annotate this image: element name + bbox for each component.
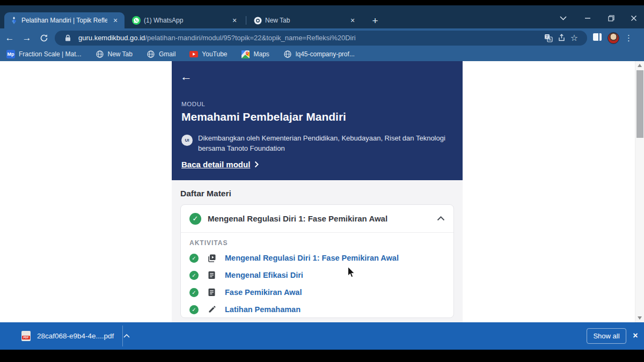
close-tab-icon[interactable]: × xyxy=(111,16,120,25)
close-download-bar-icon[interactable]: × xyxy=(629,329,642,342)
page-scrollbar[interactable] xyxy=(635,61,644,322)
lock-icon xyxy=(61,32,74,45)
module-eyebrow: MODUL xyxy=(181,101,206,107)
chevron-up-icon[interactable] xyxy=(437,216,445,221)
bookmark-maps[interactable]: Maps xyxy=(241,50,269,58)
module-detail-link[interactable]: Baca detail modul xyxy=(181,160,259,169)
close-tab-icon[interactable]: × xyxy=(230,16,239,25)
bookmark-fraction-scale[interactable]: Mp Fraction Scale | Mat... xyxy=(6,50,82,58)
tab-pelatihan-mandiri[interactable]: Pelatihan Mandiri | Topik Refleksi × xyxy=(4,12,125,28)
globe-icon xyxy=(283,50,292,58)
globe-icon xyxy=(96,50,104,58)
pencil-icon xyxy=(207,305,216,314)
document-icon xyxy=(207,271,216,280)
scrollbar-thumb[interactable] xyxy=(636,70,643,138)
chevron-right-icon xyxy=(254,161,259,168)
download-filename: 28caf068-e9b4-4e....pdf xyxy=(37,332,114,340)
publisher-line: bersama Tanoto Foundation xyxy=(198,143,445,153)
activity-link[interactable]: Fase Pemikiran Awal xyxy=(225,288,302,297)
completed-check-icon: ✓ xyxy=(189,254,199,263)
address-bar[interactable]: guru.kemdikbud.go.id/pelatihan-mandiri/m… xyxy=(55,31,587,46)
minimize-window-icon[interactable] xyxy=(581,12,595,25)
materials-section: Daftar Materi ✓ Mengenal Regulasi Diri 1… xyxy=(172,180,463,322)
forward-icon[interactable]: → xyxy=(19,31,34,46)
module-title: Memahami Pembelajar Mandiri xyxy=(181,110,346,123)
video-icon xyxy=(207,254,216,263)
profile-avatar[interactable] xyxy=(608,32,619,44)
back-icon[interactable]: ← xyxy=(2,31,17,46)
page-viewport: ← MODUL Memahami Pembelajar Mandiri UI D… xyxy=(0,61,644,322)
download-bar-divider xyxy=(122,326,123,346)
globe-icon xyxy=(147,50,155,58)
bookmark-star-icon[interactable]: ☆ xyxy=(568,32,581,45)
bookmark-new-tab[interactable]: New Tab xyxy=(96,50,133,58)
download-caret-up-icon[interactable] xyxy=(123,334,130,338)
show-all-button[interactable]: Show all xyxy=(587,328,626,344)
activities-label: AKTIVITAS xyxy=(189,239,228,247)
reload-icon[interactable] xyxy=(36,31,52,46)
translate-icon[interactable]: 文A xyxy=(542,32,555,45)
share-icon[interactable] xyxy=(555,32,568,45)
completed-check-icon: ✓ xyxy=(189,288,199,297)
activity-row[interactable]: ✓ Latihan Pemahaman xyxy=(189,304,301,315)
url-path: /pelatihan-mandiri/modul/95?topik=22&top… xyxy=(145,34,355,42)
bookmarks-bar: Mp Fraction Scale | Mat... New Tab Gmail… xyxy=(0,47,644,61)
browser-window: Pelatihan Mandiri | Topik Refleksi × (1)… xyxy=(0,0,644,362)
completed-check-icon: ✓ xyxy=(189,213,201,225)
tab-title: Pelatihan Mandiri | Topik Refleksi xyxy=(21,17,107,24)
completed-check-icon: ✓ xyxy=(189,305,199,314)
tab-title: (1) WhatsApp xyxy=(144,17,226,24)
tab-strip: Pelatihan Mandiri | Topik Refleksi × (1)… xyxy=(0,5,644,28)
restore-window-icon[interactable] xyxy=(604,12,618,25)
materials-heading: Daftar Materi xyxy=(180,189,231,198)
publisher-line: Dikembangkan oleh Kementerian Pendidikan… xyxy=(198,133,445,143)
tab-title: New Tab xyxy=(265,17,345,24)
activity-link[interactable]: Mengenal Regulasi Diri 1: Fase Pemikiran… xyxy=(225,254,399,262)
new-tab-button[interactable]: + xyxy=(368,14,382,28)
chrome-favicon xyxy=(253,16,262,25)
whatsapp-favicon xyxy=(132,16,141,25)
svg-text:A: A xyxy=(548,38,551,41)
accordion-header[interactable]: ✓ Mengenal Regulasi Diri 1: Fase Pemikir… xyxy=(181,205,453,233)
download-bar: PDF 28caf068-e9b4-4e....pdf Show all × xyxy=(0,322,644,350)
close-tab-icon[interactable]: × xyxy=(348,16,357,25)
bookmark-lq45[interactable]: lq45-company-prof... xyxy=(283,50,355,58)
downloaded-file-chip[interactable]: PDF 28caf068-e9b4-4e....pdf xyxy=(21,322,130,350)
scrollbar-down-icon[interactable] xyxy=(638,316,642,320)
bookmark-gmail[interactable]: Gmail xyxy=(147,50,175,58)
activity-link[interactable]: Mengenal Efikasi Diri xyxy=(225,271,303,279)
browser-menu-icon[interactable]: ⋮ xyxy=(625,33,633,43)
completed-check-icon: ✓ xyxy=(189,271,199,280)
mp-icon: Mp xyxy=(6,50,15,58)
close-window-icon[interactable] xyxy=(627,12,641,25)
publisher-avatar: UI xyxy=(181,135,193,146)
mouse-cursor xyxy=(347,266,356,278)
browser-toolbar: ← → guru.kemdikbud.go.id/pelatihan-mandi… xyxy=(0,28,644,47)
tab-divider xyxy=(246,16,246,25)
side-panel-icon[interactable] xyxy=(592,33,602,43)
bookmark-youtube[interactable]: YouTube xyxy=(189,50,227,58)
pdf-file-icon: PDF xyxy=(21,331,31,341)
activity-row[interactable]: ✓ Mengenal Efikasi Diri xyxy=(189,269,303,281)
url-text: guru.kemdikbud.go.id/pelatihan-mandiri/m… xyxy=(78,34,542,42)
page-back-arrow-icon[interactable]: ← xyxy=(180,70,192,84)
activity-link[interactable]: Latihan Pemahaman xyxy=(225,305,301,314)
activity-row[interactable]: ✓ Mengenal Regulasi Diri 1: Fase Pemikir… xyxy=(189,252,399,264)
material-card: ✓ Mengenal Regulasi Diri 1: Fase Pemikir… xyxy=(180,204,454,318)
maps-icon xyxy=(241,50,250,58)
module-header: ← MODUL Memahami Pembelajar Mandiri UI D… xyxy=(172,61,463,180)
tab-search-chevron-icon[interactable] xyxy=(556,12,570,25)
youtube-icon xyxy=(189,50,198,58)
tab-whatsapp[interactable]: (1) WhatsApp × xyxy=(127,12,244,28)
tab-new-tab[interactable]: New Tab × xyxy=(248,12,362,28)
scrollbar-up-icon[interactable] xyxy=(638,64,642,67)
accordion-title: Mengenal Regulasi Diri 1: Fase Pemikiran… xyxy=(208,214,430,223)
url-host: guru.kemdikbud.go.id xyxy=(78,34,145,42)
publisher-row: UI Dikembangkan oleh Kementerian Pendidi… xyxy=(181,133,445,153)
merdeka-mengajar-favicon xyxy=(10,16,18,25)
document-icon xyxy=(207,288,216,297)
activity-row[interactable]: ✓ Fase Pemikiran Awal xyxy=(189,286,302,298)
